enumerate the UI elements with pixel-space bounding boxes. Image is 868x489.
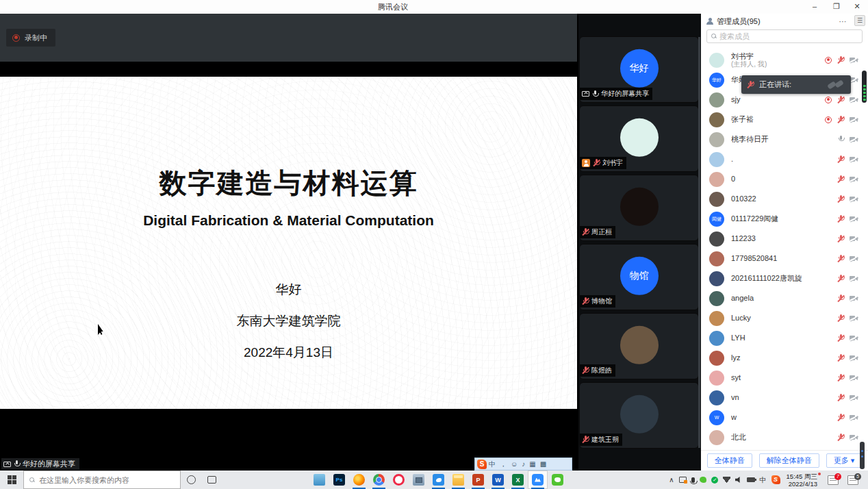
video-thumbnail[interactable]: 陈煜皓 <box>579 313 699 379</box>
mic-muted-icon[interactable] <box>837 116 844 124</box>
camera-muted-icon[interactable] <box>850 295 858 301</box>
task-view-button[interactable] <box>201 471 222 489</box>
wechat-tray-icon[interactable] <box>700 471 706 489</box>
taskbar-app[interactable]: P <box>468 471 488 489</box>
mic-muted-icon[interactable] <box>837 235 844 243</box>
sogou-input-toolbar[interactable]: S 中 ， ☺ ♪ ▦ ▩ <box>474 457 572 471</box>
panel-more-icon[interactable]: ⋯ <box>837 17 850 26</box>
video-thumbnail[interactable]: 物馆 博物馆 <box>579 244 699 310</box>
mic-muted-icon[interactable] <box>837 275 844 283</box>
member-row[interactable]: lyz <box>701 348 868 368</box>
taskbar-app[interactable] <box>528 471 548 489</box>
battery-tray-icon[interactable] <box>747 471 755 489</box>
maximize-button[interactable]: ❐ <box>827 0 846 14</box>
camera-muted-icon[interactable] <box>850 156 858 162</box>
camera-muted-icon[interactable] <box>850 414 858 421</box>
security-tray-icon[interactable]: ✓ <box>711 471 718 489</box>
taskbar-search-input[interactable] <box>39 476 175 484</box>
minimize-button[interactable]: – <box>805 0 824 14</box>
sogou-toolbar-item[interactable]: ☺ <box>511 458 518 470</box>
unmute-all-button[interactable]: 解除全体静音 <box>759 453 819 468</box>
video-thumbnail[interactable]: 周正桓 <box>579 175 699 241</box>
mic-muted-icon[interactable] <box>837 56 844 64</box>
member-row[interactable]: 010322 <box>701 189 868 209</box>
mic-muted-icon[interactable] <box>837 215 844 223</box>
camera-muted-icon[interactable] <box>850 57 858 63</box>
mic-muted-icon[interactable] <box>837 334 844 342</box>
close-button[interactable]: ✕ <box>847 0 867 14</box>
member-row[interactable]: vn <box>701 388 868 408</box>
camera-muted-icon[interactable] <box>850 116 858 123</box>
taskbar-search-box[interactable] <box>23 471 181 489</box>
sogou-toolbar-item[interactable]: ▩ <box>540 458 546 470</box>
member-row[interactable]: 202161111022唐凯旋 <box>701 268 868 288</box>
taskbar-app[interactable] <box>448 471 468 489</box>
member-row[interactable]: 0 <box>701 169 868 189</box>
member-row[interactable]: syt <box>701 368 868 388</box>
camera-muted-icon[interactable] <box>850 434 858 440</box>
camera-muted-icon[interactable] <box>850 394 858 401</box>
mic-muted-icon[interactable] <box>837 314 844 323</box>
video-thumbnail[interactable]: 华好 华好的屏幕共享 <box>579 36 699 103</box>
camera-muted-icon[interactable] <box>850 97 858 103</box>
video-thumbnail[interactable]: 刘书宇 <box>579 105 699 172</box>
camera-muted-icon[interactable] <box>850 255 858 262</box>
member-row[interactable]: 闻健 01117229闻健 <box>701 209 868 229</box>
notification-badge-2[interactable]: 5 <box>847 471 858 489</box>
member-row[interactable]: 刘书宇 (主持人, 我) <box>701 50 868 70</box>
sogou-logo-icon[interactable]: S <box>477 460 487 469</box>
mic-muted-icon[interactable] <box>837 175 844 184</box>
mic-muted-icon[interactable] <box>837 294 844 303</box>
member-row[interactable]: 北北 <box>701 427 868 447</box>
taskbar-app[interactable] <box>409 471 429 489</box>
sogou-toolbar-item[interactable]: ♪ <box>522 458 525 470</box>
taskbar-app[interactable]: X <box>508 471 528 489</box>
mic-tray-icon[interactable] <box>691 471 695 489</box>
member-row[interactable]: Lucky <box>701 308 868 328</box>
camera-muted-icon[interactable] <box>850 196 858 202</box>
mute-all-button[interactable]: 全体静音 <box>707 453 752 468</box>
thumbnail-scrollbar[interactable] <box>698 37 700 448</box>
member-row[interactable]: W w <box>701 408 868 427</box>
camera-muted-icon[interactable] <box>850 315 858 321</box>
panel-menu-icon[interactable]: ☰ <box>854 15 865 26</box>
side-toolbar-handle[interactable] <box>860 442 865 469</box>
member-row[interactable]: angela <box>701 288 868 308</box>
camera-muted-icon[interactable] <box>850 275 858 281</box>
sogou-toolbar-item[interactable]: 中 <box>489 458 496 470</box>
sogou-toolbar-item[interactable]: ， <box>500 458 507 470</box>
camera-muted-icon[interactable] <box>850 335 858 341</box>
member-search-box[interactable] <box>706 29 863 43</box>
mic-muted-icon[interactable] <box>837 374 844 382</box>
taskbar-app[interactable] <box>429 471 448 489</box>
member-row[interactable]: 张子裕 <box>701 110 868 129</box>
camera-muted-icon[interactable] <box>850 236 858 242</box>
tray-expand-icon[interactable]: ∧ <box>669 471 674 489</box>
taskbar-app[interactable] <box>349 471 369 489</box>
camera-muted-icon[interactable] <box>850 216 858 222</box>
wifi-tray-icon[interactable] <box>723 471 730 489</box>
mic-muted-icon[interactable] <box>837 255 844 263</box>
speaker-tray-icon[interactable] <box>735 471 742 489</box>
mic-muted-icon[interactable] <box>837 394 844 402</box>
mic-muted-icon[interactable] <box>837 414 844 422</box>
mic-muted-icon[interactable] <box>837 96 844 104</box>
mic-muted-icon[interactable] <box>837 434 844 442</box>
mic-muted-icon[interactable] <box>837 195 844 203</box>
video-thumbnail[interactable]: 建筑王朔 <box>579 382 699 449</box>
more-button[interactable]: 更多 ▾ <box>826 453 863 468</box>
camera-muted-icon[interactable] <box>850 355 858 361</box>
member-row[interactable]: LYH <box>701 328 868 348</box>
taskbar-app[interactable] <box>309 471 329 489</box>
member-row[interactable]: 桃李待日开 <box>701 129 868 149</box>
display-tray-icon[interactable] <box>679 471 687 489</box>
camera-muted-icon[interactable] <box>850 136 858 142</box>
mic-muted-icon[interactable] <box>837 354 844 362</box>
member-row[interactable]: 17798520841 <box>701 249 868 268</box>
camera-muted-icon[interactable] <box>850 375 858 381</box>
camera-muted-icon[interactable] <box>850 176 858 182</box>
taskbar-app[interactable]: W <box>488 471 508 489</box>
member-search-input[interactable] <box>719 32 858 40</box>
member-row[interactable]: . <box>701 149 868 169</box>
taskbar-app[interactable] <box>369 471 389 489</box>
